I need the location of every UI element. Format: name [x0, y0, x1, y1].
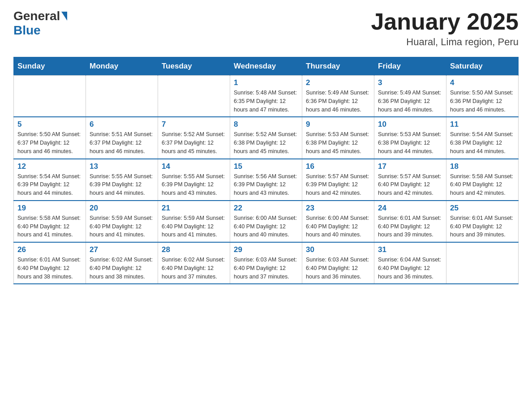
calendar-week-row: 1Sunrise: 5:48 AM Sunset: 6:35 PM Daylig… — [14, 76, 519, 117]
day-number: 27 — [90, 245, 154, 254]
day-of-week-header: Tuesday — [158, 57, 230, 76]
day-info: Sunrise: 6:00 AM Sunset: 6:40 PM Dayligh… — [306, 214, 370, 239]
day-number: 23 — [306, 204, 370, 213]
calendar-day-cell: 11Sunrise: 5:54 AM Sunset: 6:38 PM Dayli… — [446, 117, 519, 158]
day-info: Sunrise: 6:02 AM Sunset: 6:40 PM Dayligh… — [162, 256, 226, 281]
logo: General Blue — [13, 9, 67, 38]
day-info: Sunrise: 6:01 AM Sunset: 6:40 PM Dayligh… — [450, 214, 515, 239]
logo-general-text: General — [13, 9, 60, 23]
day-number: 5 — [17, 120, 82, 129]
day-info: Sunrise: 6:01 AM Sunset: 6:40 PM Dayligh… — [17, 256, 82, 281]
calendar-day-cell: 28Sunrise: 6:02 AM Sunset: 6:40 PM Dayli… — [158, 242, 230, 284]
day-info: Sunrise: 6:03 AM Sunset: 6:40 PM Dayligh… — [234, 256, 298, 281]
calendar-day-cell: 27Sunrise: 6:02 AM Sunset: 6:40 PM Dayli… — [86, 242, 158, 284]
day-number: 21 — [162, 204, 226, 213]
calendar-day-cell: 8Sunrise: 5:52 AM Sunset: 6:38 PM Daylig… — [230, 117, 302, 158]
calendar-day-cell — [446, 242, 519, 284]
day-number: 11 — [450, 120, 515, 129]
calendar-day-cell: 19Sunrise: 5:58 AM Sunset: 6:40 PM Dayli… — [14, 201, 86, 242]
calendar-day-cell: 20Sunrise: 5:59 AM Sunset: 6:40 PM Dayli… — [86, 201, 158, 242]
day-info: Sunrise: 6:03 AM Sunset: 6:40 PM Dayligh… — [306, 256, 370, 281]
day-info: Sunrise: 6:01 AM Sunset: 6:40 PM Dayligh… — [378, 214, 442, 239]
day-info: Sunrise: 6:00 AM Sunset: 6:40 PM Dayligh… — [234, 214, 298, 239]
day-number: 15 — [234, 162, 298, 171]
day-number: 25 — [450, 204, 515, 213]
day-number: 1 — [234, 78, 298, 87]
calendar-day-cell: 1Sunrise: 5:48 AM Sunset: 6:35 PM Daylig… — [230, 76, 302, 117]
calendar-day-cell: 16Sunrise: 5:57 AM Sunset: 6:39 PM Dayli… — [302, 159, 374, 201]
day-number: 18 — [450, 162, 515, 171]
calendar-day-cell — [14, 76, 86, 117]
day-of-week-header: Thursday — [302, 57, 374, 76]
calendar-table: SundayMondayTuesdayWednesdayThursdayFrid… — [13, 57, 519, 284]
day-number: 26 — [17, 245, 82, 254]
calendar-day-cell: 14Sunrise: 5:55 AM Sunset: 6:39 PM Dayli… — [158, 159, 230, 201]
calendar-week-row: 19Sunrise: 5:58 AM Sunset: 6:40 PM Dayli… — [14, 201, 519, 242]
day-info: Sunrise: 5:54 AM Sunset: 6:38 PM Dayligh… — [450, 130, 515, 155]
calendar-day-cell: 2Sunrise: 5:49 AM Sunset: 6:36 PM Daylig… — [302, 76, 374, 117]
day-info: Sunrise: 5:58 AM Sunset: 6:40 PM Dayligh… — [17, 214, 82, 239]
day-number: 6 — [90, 120, 154, 129]
calendar-day-cell: 12Sunrise: 5:54 AM Sunset: 6:39 PM Dayli… — [14, 159, 86, 201]
day-number: 20 — [90, 204, 154, 213]
calendar-day-cell: 26Sunrise: 6:01 AM Sunset: 6:40 PM Dayli… — [14, 242, 86, 284]
logo-triangle-icon — [61, 12, 67, 21]
day-number: 13 — [90, 162, 154, 171]
day-info: Sunrise: 5:51 AM Sunset: 6:37 PM Dayligh… — [90, 130, 154, 155]
calendar-day-cell: 17Sunrise: 5:57 AM Sunset: 6:40 PM Dayli… — [374, 159, 446, 201]
day-number: 30 — [306, 245, 370, 254]
day-number: 12 — [17, 162, 82, 171]
calendar-day-cell: 3Sunrise: 5:49 AM Sunset: 6:36 PM Daylig… — [374, 76, 446, 117]
day-info: Sunrise: 5:53 AM Sunset: 6:38 PM Dayligh… — [378, 130, 442, 155]
calendar-day-cell: 31Sunrise: 6:04 AM Sunset: 6:40 PM Dayli… — [374, 242, 446, 284]
calendar-day-cell: 15Sunrise: 5:56 AM Sunset: 6:39 PM Dayli… — [230, 159, 302, 201]
day-number: 31 — [378, 245, 442, 254]
calendar-day-cell — [158, 76, 230, 117]
day-info: Sunrise: 5:58 AM Sunset: 6:40 PM Dayligh… — [450, 172, 515, 197]
day-info: Sunrise: 5:53 AM Sunset: 6:38 PM Dayligh… — [306, 130, 370, 155]
day-number: 7 — [162, 120, 226, 129]
day-number: 10 — [378, 120, 442, 129]
day-number: 3 — [378, 78, 442, 87]
day-info: Sunrise: 5:52 AM Sunset: 6:37 PM Dayligh… — [162, 130, 226, 155]
day-info: Sunrise: 5:57 AM Sunset: 6:39 PM Dayligh… — [306, 172, 370, 197]
day-of-week-header: Sunday — [14, 57, 86, 76]
page-title: January 2025 — [371, 9, 519, 34]
title-section: January 2025 Huaral, Lima region, Peru — [371, 9, 519, 48]
calendar-day-cell: 9Sunrise: 5:53 AM Sunset: 6:38 PM Daylig… — [302, 117, 374, 158]
calendar-day-cell: 6Sunrise: 5:51 AM Sunset: 6:37 PM Daylig… — [86, 117, 158, 158]
day-number: 17 — [378, 162, 442, 171]
calendar-week-row: 12Sunrise: 5:54 AM Sunset: 6:39 PM Dayli… — [14, 159, 519, 201]
calendar-header-row: SundayMondayTuesdayWednesdayThursdayFrid… — [14, 57, 519, 76]
day-of-week-header: Saturday — [446, 57, 519, 76]
calendar-day-cell — [86, 76, 158, 117]
day-number: 8 — [234, 120, 298, 129]
page-header: General Blue January 2025 Huaral, Lima r… — [13, 9, 519, 48]
calendar-day-cell: 25Sunrise: 6:01 AM Sunset: 6:40 PM Dayli… — [446, 201, 519, 242]
day-info: Sunrise: 6:04 AM Sunset: 6:40 PM Dayligh… — [378, 256, 442, 281]
day-info: Sunrise: 5:59 AM Sunset: 6:40 PM Dayligh… — [162, 214, 226, 239]
day-info: Sunrise: 5:55 AM Sunset: 6:39 PM Dayligh… — [90, 172, 154, 197]
day-number: 28 — [162, 245, 226, 254]
day-info: Sunrise: 5:49 AM Sunset: 6:36 PM Dayligh… — [306, 89, 370, 114]
day-info: Sunrise: 5:48 AM Sunset: 6:35 PM Dayligh… — [234, 89, 298, 114]
calendar-day-cell: 10Sunrise: 5:53 AM Sunset: 6:38 PM Dayli… — [374, 117, 446, 158]
calendar-day-cell: 4Sunrise: 5:50 AM Sunset: 6:36 PM Daylig… — [446, 76, 519, 117]
calendar-day-cell: 18Sunrise: 5:58 AM Sunset: 6:40 PM Dayli… — [446, 159, 519, 201]
calendar-day-cell: 24Sunrise: 6:01 AM Sunset: 6:40 PM Dayli… — [374, 201, 446, 242]
day-info: Sunrise: 5:49 AM Sunset: 6:36 PM Dayligh… — [378, 89, 442, 114]
calendar-day-cell: 30Sunrise: 6:03 AM Sunset: 6:40 PM Dayli… — [302, 242, 374, 284]
day-number: 9 — [306, 120, 370, 129]
day-of-week-header: Friday — [374, 57, 446, 76]
calendar-day-cell: 21Sunrise: 5:59 AM Sunset: 6:40 PM Dayli… — [158, 201, 230, 242]
day-of-week-header: Monday — [86, 57, 158, 76]
calendar-day-cell: 23Sunrise: 6:00 AM Sunset: 6:40 PM Dayli… — [302, 201, 374, 242]
calendar-day-cell: 5Sunrise: 5:50 AM Sunset: 6:37 PM Daylig… — [14, 117, 86, 158]
day-number: 2 — [306, 78, 370, 87]
page-subtitle: Huaral, Lima region, Peru — [371, 36, 519, 48]
day-info: Sunrise: 5:50 AM Sunset: 6:36 PM Dayligh… — [450, 89, 515, 114]
day-info: Sunrise: 5:56 AM Sunset: 6:39 PM Dayligh… — [234, 172, 298, 197]
day-number: 4 — [450, 78, 515, 87]
day-number: 14 — [162, 162, 226, 171]
day-info: Sunrise: 6:02 AM Sunset: 6:40 PM Dayligh… — [90, 256, 154, 281]
